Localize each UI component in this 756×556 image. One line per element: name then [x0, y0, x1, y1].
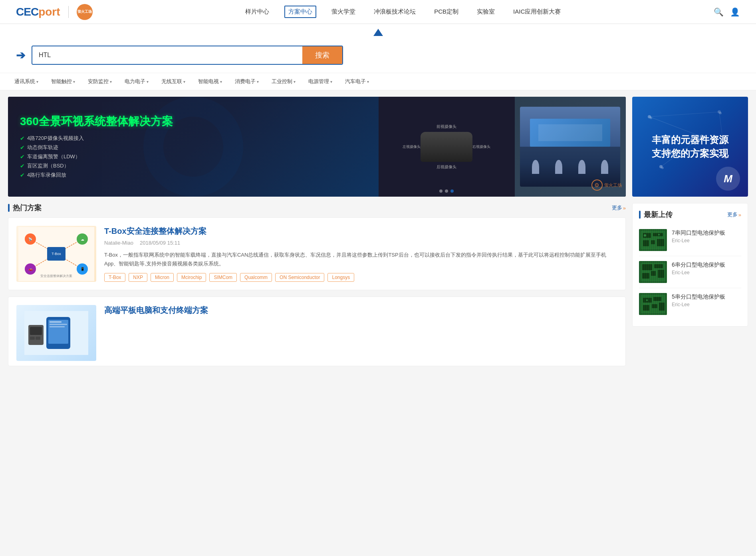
tablet-diagram-svg	[24, 311, 88, 355]
latest-item-2[interactable]: 6串分口型电池保护板 Eric-Lee	[639, 256, 741, 288]
tag-micron[interactable]: Micron	[151, 273, 174, 282]
svg-point-32	[659, 165, 663, 168]
dropdown-arrow-comms: ▾	[36, 80, 38, 84]
logo-text[interactable]: CECport	[16, 6, 60, 18]
tbox-img-content: T-Box 📡 ☁ 🚗 📱 安全连接整体解决方案	[16, 226, 96, 282]
tag-tbox[interactable]: T-Box	[104, 273, 125, 282]
category-item-auto[interactable]: 汽车电子 ▾	[339, 73, 375, 90]
latest-author-1: Eric-Lee	[672, 238, 725, 243]
latest-item-1[interactable]: 7串同口型电池保护板 Eric-Lee	[639, 224, 741, 256]
svg-rect-18	[48, 320, 68, 344]
svg-rect-19	[50, 321, 62, 323]
tag-mcirochip[interactable]: Mcirochip	[177, 273, 206, 282]
conference-image: ⚙ 萤火工场	[515, 97, 626, 197]
tag-simcom[interactable]: SIMCom	[209, 273, 237, 282]
watermark-logo: ⚙	[591, 179, 603, 191]
pcb-image-3	[639, 293, 667, 315]
latest-uploads-section: 最新上传 更多 »	[632, 203, 748, 327]
category-item-tv[interactable]: 智能电视 ▾	[192, 73, 228, 90]
solution-card-tbox: T-Box 📡 ☁ 🚗 📱 安全连接整体解决方案	[8, 217, 626, 290]
latest-img-2	[639, 261, 667, 283]
solution-image-tbox: T-Box 📡 ☁ 🚗 📱 安全连接整体解决方案	[16, 226, 96, 282]
solution-title-tablet[interactable]: 高端平板电脑和支付终端方案	[104, 305, 617, 316]
category-item-consumer[interactable]: 消费电子 ▾	[228, 73, 265, 90]
latest-img-3	[639, 293, 667, 315]
pcb-image-1	[639, 229, 667, 251]
more-arrows-icon: »	[623, 205, 626, 211]
category-item-security[interactable]: 安防监控 ▾	[81, 73, 118, 90]
right-column: 丰富的元器件资源 支持您的方案实现 M 最新上传 更多 »	[632, 97, 748, 373]
svg-rect-23	[30, 327, 42, 335]
camera-label-right: 右视摄像头	[472, 144, 490, 149]
tag-nxp[interactable]: NXP	[129, 273, 147, 282]
dropdown-arrow-consumer: ▾	[257, 80, 259, 84]
title-bar-decoration	[8, 204, 10, 212]
main-banner: 360全景环视系统整体解决方案 ✔4路720P摄像头视频接入 ✔动态倒车轨迹 ✔…	[8, 97, 626, 197]
latest-info-1: 7串同口型电池保护板 Eric-Lee	[672, 229, 725, 251]
pcb-lines-1	[639, 229, 667, 251]
main-content: 360全景环视系统整体解决方案 ✔4路720P摄像头视频接入 ✔动态倒车轨迹 ✔…	[0, 90, 756, 379]
category-item-touch[interactable]: 智能触控 ▾	[45, 73, 81, 90]
right-banner-text: 丰富的元器件资源 支持您的方案实现	[652, 133, 728, 160]
search-icon[interactable]: 🔍	[714, 7, 724, 17]
tag-longsys[interactable]: Longsys	[327, 273, 354, 282]
nav-pointer-arrow	[373, 29, 383, 36]
nav-item-forum[interactable]: 冲浪板技术论坛	[371, 6, 419, 17]
search-container: 搜索	[32, 46, 343, 65]
latest-header: 最新上传 更多 »	[639, 210, 741, 219]
tag-qualcomm[interactable]: Qualcomm	[240, 273, 272, 282]
header-nav: 样片中心 方案中心 萤火学堂 冲浪板技术论坛 PCB定制 实验室 IAIC应用创…	[242, 6, 564, 18]
nav-item-lab[interactable]: 实验室	[474, 6, 498, 17]
svg-text:安全连接整体解决方案: 安全连接整体解决方案	[40, 274, 72, 278]
category-item-power[interactable]: 电力电子 ▾	[118, 73, 155, 90]
svg-rect-20	[50, 324, 67, 325]
hot-solutions-more[interactable]: 更多 »	[612, 204, 626, 211]
svg-text:T-Box: T-Box	[52, 252, 61, 256]
dropdown-arrow-industrial: ▾	[294, 80, 296, 84]
dropdown-arrow-security: ▾	[110, 80, 112, 84]
latest-item-3[interactable]: 5串分口型电池保护板 Eric-Lee	[639, 288, 741, 320]
header-icons: 🔍 👤	[714, 7, 740, 17]
logo-badge[interactable]: 萤火工场	[77, 4, 93, 20]
banner-dots	[439, 189, 454, 193]
dropdown-arrow-tv: ▾	[220, 80, 222, 84]
dot-1[interactable]	[439, 189, 442, 193]
solution-meta-tbox: Natalie-Miao 2018/05/09 15:11	[104, 240, 617, 246]
nav-item-solutions[interactable]: 方案中心	[284, 6, 316, 18]
latest-img-1	[639, 229, 667, 251]
nav-item-iaic[interactable]: IAIC应用创新大赛	[510, 6, 564, 17]
dropdown-arrow-touch: ▾	[73, 80, 75, 84]
dropdown-arrow-auto: ▾	[367, 80, 369, 84]
latest-more-arrows: »	[738, 212, 741, 218]
svg-text:📱: 📱	[80, 267, 85, 271]
nav-item-academy[interactable]: 萤火学堂	[328, 6, 359, 17]
dot-2[interactable]	[445, 189, 448, 193]
search-button[interactable]: 搜索	[302, 46, 342, 64]
svg-point-30	[648, 115, 651, 118]
camera-label-left: 左视摄像头	[403, 144, 421, 149]
right-banner[interactable]: 丰富的元器件资源 支持您的方案实现 M	[632, 97, 748, 197]
category-item-industrial[interactable]: 工业控制 ▾	[265, 73, 302, 90]
camera-label-rear: 后视摄像头	[437, 164, 456, 170]
svg-text:☁: ☁	[81, 237, 84, 241]
solution-title-tbox[interactable]: T-Box安全连接整体解决方案	[104, 226, 617, 237]
dot-3-active[interactable]	[450, 189, 454, 193]
svg-text:📡: 📡	[28, 237, 32, 241]
category-item-wireless[interactable]: 无线互联 ▾	[155, 73, 192, 90]
category-item-comms[interactable]: 通讯系统 ▾	[8, 73, 45, 90]
category-item-powermgmt[interactable]: 电源管理 ▾	[302, 73, 339, 90]
svg-point-33	[718, 110, 721, 114]
tbox-diagram-svg: T-Box 📡 ☁ 🚗 📱 安全连接整体解决方案	[18, 227, 94, 281]
solution-desc-tbox: T-Box，一般指车联网系统中的智能车载终端，直接与汽车CAN总线通信，获取车身…	[104, 251, 617, 268]
nav-item-pcb[interactable]: PCB定制	[431, 6, 462, 17]
latest-title-1: 7串同口型电池保护板	[672, 229, 725, 236]
latest-title-bar	[639, 211, 641, 219]
tag-on-semi[interactable]: ON Semiconductor	[275, 273, 324, 282]
latest-more[interactable]: 更多 »	[727, 211, 741, 218]
nav-item-samples[interactable]: 样片中心	[242, 6, 272, 17]
user-icon[interactable]: 👤	[730, 7, 740, 17]
latest-info-3: 5串分口型电池保护板 Eric-Lee	[672, 293, 725, 315]
search-input[interactable]	[32, 46, 302, 64]
header: CECport 萤火工场 样片中心 方案中心 萤火学堂 冲浪板技术论坛 PCB定…	[0, 0, 756, 24]
search-direction-arrow: ➔	[16, 49, 25, 62]
